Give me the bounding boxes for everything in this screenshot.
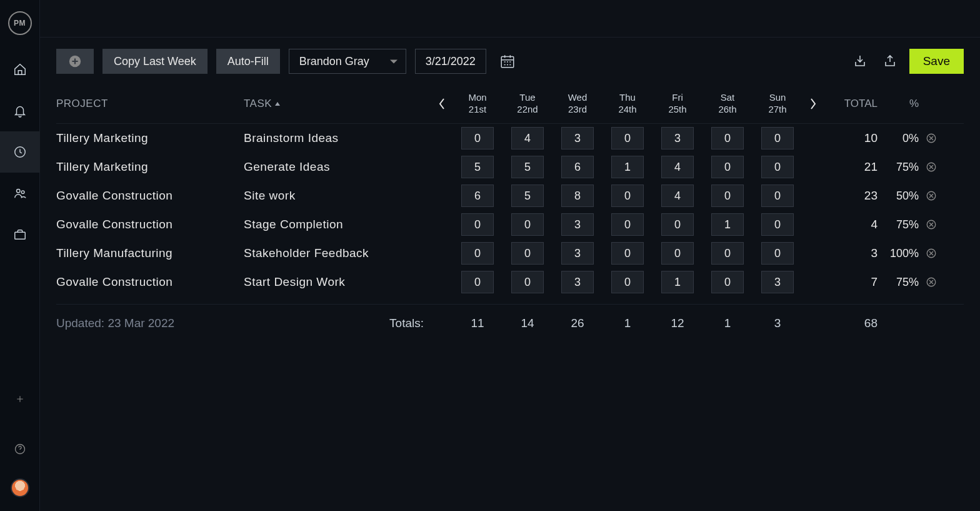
nav-home[interactable] (0, 49, 40, 90)
svg-rect-3 (14, 232, 25, 239)
copy-last-week-button[interactable]: Copy Last Week (102, 49, 208, 74)
hour-input[interactable] (761, 213, 794, 236)
hour-input[interactable] (711, 185, 744, 207)
header-day-6: Sun27th (752, 92, 802, 116)
next-week-button[interactable] (802, 96, 824, 111)
day-total: 12 (652, 316, 702, 330)
row-total: 7 (824, 275, 880, 289)
task-cell: Start Design Work (244, 275, 431, 289)
hour-input[interactable] (611, 242, 644, 265)
save-button[interactable]: Save (909, 49, 964, 74)
delete-row-button[interactable] (919, 161, 944, 173)
close-circle-icon (926, 276, 937, 288)
hour-input[interactable] (511, 242, 544, 265)
hour-input[interactable] (511, 156, 544, 178)
delete-row-button[interactable] (919, 190, 944, 201)
close-circle-icon (926, 248, 937, 259)
topbar (40, 0, 980, 38)
hour-input[interactable] (761, 271, 794, 293)
updated-label: Updated: 23 Mar 2022 (56, 316, 244, 330)
hour-input[interactable] (761, 242, 794, 265)
header-day-0: Mon21st (452, 92, 502, 116)
timesheet-table: PROJECT TASK Mon21stTue22ndWed23rdThu24t… (40, 84, 980, 342)
hour-input[interactable] (561, 156, 594, 178)
hour-input[interactable] (761, 156, 794, 178)
nav-projects[interactable] (0, 214, 40, 255)
main-content: Copy Last Week Auto-Fill Brandon Gray 3/… (40, 0, 980, 511)
people-icon (13, 186, 27, 200)
delete-row-button[interactable] (919, 133, 944, 144)
hour-input[interactable] (561, 127, 594, 149)
header-task[interactable]: TASK (244, 98, 431, 110)
table-row: Govalle ConstructionStage Completion475% (56, 210, 964, 239)
nav-team[interactable] (0, 173, 40, 214)
task-cell: Stage Completion (244, 218, 431, 231)
hour-input[interactable] (611, 213, 644, 236)
add-row-button[interactable] (56, 49, 94, 74)
hour-input[interactable] (611, 271, 644, 293)
hour-input[interactable] (461, 127, 494, 149)
hour-input[interactable] (461, 242, 494, 265)
export-button[interactable] (879, 51, 901, 72)
project-cell: Tillery Manufacturing (56, 246, 244, 260)
hour-input[interactable] (761, 185, 794, 207)
hour-input[interactable] (561, 185, 594, 207)
grand-total: 68 (824, 316, 880, 330)
hour-input[interactable] (661, 213, 694, 236)
hour-input[interactable] (461, 213, 494, 236)
hour-input[interactable] (661, 156, 694, 178)
hour-input[interactable] (661, 185, 694, 207)
header-project[interactable]: PROJECT (56, 98, 244, 110)
hour-input[interactable] (661, 242, 694, 265)
hour-input[interactable] (561, 213, 594, 236)
calendar-button[interactable] (495, 49, 520, 74)
totals-label: Totals: (244, 316, 431, 330)
nav-timesheets[interactable] (0, 131, 40, 173)
hour-input[interactable] (661, 271, 694, 293)
nav-add[interactable] (0, 378, 40, 420)
hour-input[interactable] (711, 127, 744, 149)
hour-input[interactable] (711, 242, 744, 265)
nav-notifications[interactable] (0, 90, 40, 131)
header-day-2: Wed23rd (552, 92, 602, 116)
help-icon (14, 443, 26, 455)
close-circle-icon (926, 133, 937, 144)
hour-input[interactable] (561, 242, 594, 265)
import-button[interactable] (849, 51, 871, 72)
hour-input[interactable] (661, 127, 694, 149)
user-select-value: Brandon Gray (299, 55, 369, 68)
week-date-input[interactable]: 3/21/2022 (415, 49, 486, 74)
hour-input[interactable] (611, 185, 644, 207)
header-day-3: Thu24th (602, 92, 652, 116)
nav-help[interactable] (0, 428, 40, 470)
prev-week-button[interactable] (431, 96, 452, 111)
hour-input[interactable] (461, 185, 494, 207)
briefcase-icon (13, 228, 27, 241)
user-avatar[interactable] (11, 478, 29, 497)
hour-input[interactable] (611, 156, 644, 178)
delete-row-button[interactable] (919, 276, 944, 288)
totals-row: Updated: 23 Mar 2022 Totals: 11142611213… (56, 304, 964, 342)
row-percent: 0% (880, 132, 919, 145)
hour-input[interactable] (711, 213, 744, 236)
close-circle-icon (926, 161, 937, 173)
row-percent: 75% (880, 276, 919, 289)
hour-input[interactable] (511, 271, 544, 293)
project-cell: Govalle Construction (56, 218, 244, 231)
hour-input[interactable] (511, 213, 544, 236)
hour-input[interactable] (561, 271, 594, 293)
hour-input[interactable] (711, 156, 744, 178)
delete-row-button[interactable] (919, 219, 944, 230)
hour-input[interactable] (511, 185, 544, 207)
delete-row-button[interactable] (919, 248, 944, 259)
row-percent: 50% (880, 190, 919, 203)
hour-input[interactable] (711, 271, 744, 293)
hour-input[interactable] (461, 156, 494, 178)
hour-input[interactable] (761, 127, 794, 149)
user-select[interactable]: Brandon Gray (289, 49, 406, 74)
hour-input[interactable] (611, 127, 644, 149)
row-total: 10 (824, 131, 880, 145)
auto-fill-button[interactable]: Auto-Fill (216, 49, 280, 74)
hour-input[interactable] (511, 127, 544, 149)
hour-input[interactable] (461, 271, 494, 293)
